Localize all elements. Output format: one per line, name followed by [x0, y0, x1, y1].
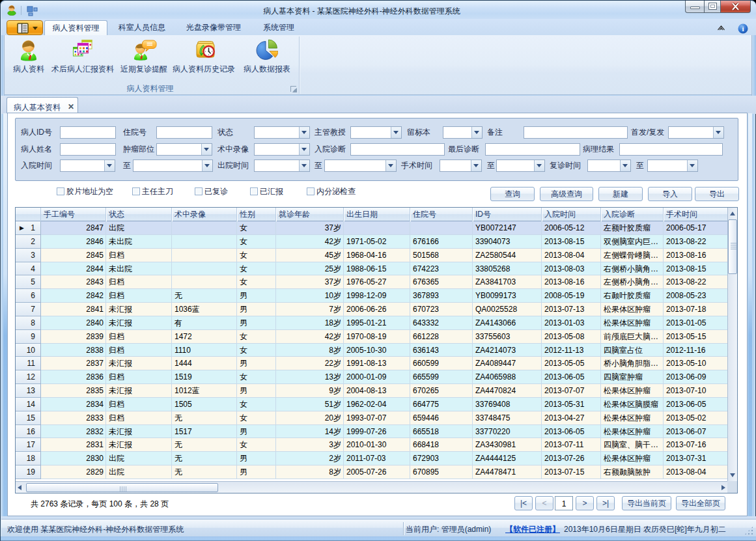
svg-text:i: i: [742, 25, 744, 33]
